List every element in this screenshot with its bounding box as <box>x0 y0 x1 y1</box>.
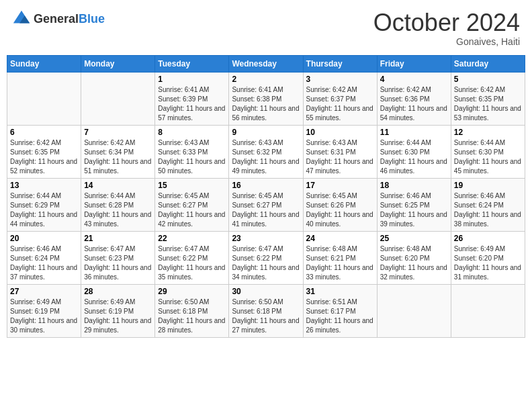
day-number: 30 <box>232 287 300 296</box>
calendar-cell <box>7 72 81 125</box>
calendar-cell: 5Sunrise: 6:42 AMSunset: 6:35 PMDaylight… <box>451 72 525 125</box>
day-number: 27 <box>10 287 78 296</box>
day-info: Sunrise: 6:43 AMSunset: 6:32 PMDaylight:… <box>232 138 300 176</box>
day-info: Sunrise: 6:46 AMSunset: 6:24 PMDaylight:… <box>10 244 78 282</box>
day-info: Sunrise: 6:49 AMSunset: 6:19 PMDaylight:… <box>84 298 152 335</box>
calendar-header: SundayMondayTuesdayWednesdayThursdayFrid… <box>7 55 525 72</box>
day-number: 6 <box>10 128 78 137</box>
day-info: Sunrise: 6:50 AMSunset: 6:18 PMDaylight:… <box>158 298 226 335</box>
day-info: Sunrise: 6:44 AMSunset: 6:28 PMDaylight:… <box>84 191 152 229</box>
day-number: 18 <box>380 181 448 190</box>
day-info: Sunrise: 6:45 AMSunset: 6:27 PMDaylight:… <box>158 191 226 229</box>
day-info: Sunrise: 6:49 AMSunset: 6:20 PMDaylight:… <box>454 244 522 282</box>
calendar-cell: 23Sunrise: 6:47 AMSunset: 6:22 PMDayligh… <box>229 231 303 284</box>
calendar-cell: 17Sunrise: 6:45 AMSunset: 6:26 PMDayligh… <box>303 178 377 231</box>
calendar-cell: 9Sunrise: 6:43 AMSunset: 6:32 PMDaylight… <box>229 125 303 178</box>
calendar-week-row: 20Sunrise: 6:46 AMSunset: 6:24 PMDayligh… <box>7 231 525 284</box>
day-info: Sunrise: 6:43 AMSunset: 6:31 PMDaylight:… <box>306 138 374 176</box>
calendar-day-header: Wednesday <box>229 55 303 72</box>
day-info: Sunrise: 6:45 AMSunset: 6:27 PMDaylight:… <box>232 191 300 229</box>
day-number: 3 <box>306 75 374 84</box>
day-number: 16 <box>232 181 300 190</box>
calendar-cell <box>451 284 525 337</box>
calendar-cell: 6Sunrise: 6:42 AMSunset: 6:35 PMDaylight… <box>7 125 81 178</box>
day-number: 25 <box>380 234 448 243</box>
day-number: 1 <box>158 75 226 84</box>
calendar-day-header: Tuesday <box>155 55 229 72</box>
calendar-cell: 18Sunrise: 6:46 AMSunset: 6:25 PMDayligh… <box>377 178 451 231</box>
calendar-cell: 2Sunrise: 6:41 AMSunset: 6:38 PMDaylight… <box>229 72 303 125</box>
day-number: 14 <box>84 181 152 190</box>
calendar-cell: 28Sunrise: 6:49 AMSunset: 6:19 PMDayligh… <box>81 284 155 337</box>
calendar-cell <box>81 72 155 125</box>
calendar-week-row: 13Sunrise: 6:44 AMSunset: 6:29 PMDayligh… <box>7 178 525 231</box>
calendar-cell: 30Sunrise: 6:50 AMSunset: 6:18 PMDayligh… <box>229 284 303 337</box>
logo-general: General <box>34 12 79 26</box>
calendar-week-row: 27Sunrise: 6:49 AMSunset: 6:19 PMDayligh… <box>7 284 525 337</box>
day-info: Sunrise: 6:49 AMSunset: 6:19 PMDaylight:… <box>10 298 78 335</box>
location-subtitle: Gonaives, Haiti <box>373 36 520 47</box>
day-info: Sunrise: 6:45 AMSunset: 6:26 PMDaylight:… <box>306 191 374 229</box>
month-title: October 2024 <box>373 9 520 36</box>
day-info: Sunrise: 6:46 AMSunset: 6:25 PMDaylight:… <box>380 191 448 229</box>
day-info: Sunrise: 6:51 AMSunset: 6:17 PMDaylight:… <box>306 298 374 335</box>
day-info: Sunrise: 6:44 AMSunset: 6:30 PMDaylight:… <box>380 138 448 176</box>
day-number: 13 <box>10 181 78 190</box>
calendar-cell <box>377 284 451 337</box>
day-number: 12 <box>454 128 522 137</box>
day-info: Sunrise: 6:48 AMSunset: 6:21 PMDaylight:… <box>306 244 374 282</box>
day-number: 8 <box>158 128 226 137</box>
day-number: 9 <box>232 128 300 137</box>
day-number: 29 <box>158 287 226 296</box>
day-number: 4 <box>380 75 448 84</box>
calendar-table: SundayMondayTuesdayWednesdayThursdayFrid… <box>7 55 525 338</box>
day-info: Sunrise: 6:48 AMSunset: 6:20 PMDaylight:… <box>380 244 448 282</box>
day-number: 21 <box>84 234 152 243</box>
day-info: Sunrise: 6:41 AMSunset: 6:39 PMDaylight:… <box>158 85 226 123</box>
day-number: 15 <box>158 181 226 190</box>
calendar-cell: 22Sunrise: 6:47 AMSunset: 6:22 PMDayligh… <box>155 231 229 284</box>
calendar-cell: 14Sunrise: 6:44 AMSunset: 6:28 PMDayligh… <box>81 178 155 231</box>
day-info: Sunrise: 6:47 AMSunset: 6:22 PMDaylight:… <box>232 244 300 282</box>
calendar-cell: 19Sunrise: 6:46 AMSunset: 6:24 PMDayligh… <box>451 178 525 231</box>
calendar-day-header: Friday <box>377 55 451 72</box>
day-info: Sunrise: 6:44 AMSunset: 6:29 PMDaylight:… <box>10 191 78 229</box>
calendar-cell: 1Sunrise: 6:41 AMSunset: 6:39 PMDaylight… <box>155 72 229 125</box>
calendar-week-row: 1Sunrise: 6:41 AMSunset: 6:39 PMDaylight… <box>7 72 525 125</box>
day-number: 22 <box>158 234 226 243</box>
calendar-cell: 29Sunrise: 6:50 AMSunset: 6:18 PMDayligh… <box>155 284 229 337</box>
day-info: Sunrise: 6:42 AMSunset: 6:34 PMDaylight:… <box>84 138 152 176</box>
logo-icon <box>12 9 31 28</box>
day-info: Sunrise: 6:42 AMSunset: 6:36 PMDaylight:… <box>380 85 448 123</box>
day-number: 17 <box>306 181 374 190</box>
day-info: Sunrise: 6:50 AMSunset: 6:18 PMDaylight:… <box>232 298 300 335</box>
calendar-cell: 7Sunrise: 6:42 AMSunset: 6:34 PMDaylight… <box>81 125 155 178</box>
day-number: 2 <box>232 75 300 84</box>
calendar-body: 1Sunrise: 6:41 AMSunset: 6:39 PMDaylight… <box>7 72 525 337</box>
calendar-cell: 21Sunrise: 6:47 AMSunset: 6:23 PMDayligh… <box>81 231 155 284</box>
calendar-cell: 16Sunrise: 6:45 AMSunset: 6:27 PMDayligh… <box>229 178 303 231</box>
day-number: 24 <box>306 234 374 243</box>
day-info: Sunrise: 6:42 AMSunset: 6:35 PMDaylight:… <box>454 85 522 123</box>
calendar-cell: 4Sunrise: 6:42 AMSunset: 6:36 PMDaylight… <box>377 72 451 125</box>
calendar-cell: 24Sunrise: 6:48 AMSunset: 6:21 PMDayligh… <box>303 231 377 284</box>
day-info: Sunrise: 6:47 AMSunset: 6:22 PMDaylight:… <box>158 244 226 282</box>
calendar-cell: 15Sunrise: 6:45 AMSunset: 6:27 PMDayligh… <box>155 178 229 231</box>
day-info: Sunrise: 6:43 AMSunset: 6:33 PMDaylight:… <box>158 138 226 176</box>
day-info: Sunrise: 6:42 AMSunset: 6:37 PMDaylight:… <box>306 85 374 123</box>
day-number: 20 <box>10 234 78 243</box>
day-number: 28 <box>84 287 152 296</box>
calendar-cell: 8Sunrise: 6:43 AMSunset: 6:33 PMDaylight… <box>155 125 229 178</box>
day-info: Sunrise: 6:47 AMSunset: 6:23 PMDaylight:… <box>84 244 152 282</box>
calendar-cell: 25Sunrise: 6:48 AMSunset: 6:20 PMDayligh… <box>377 231 451 284</box>
calendar-cell: 26Sunrise: 6:49 AMSunset: 6:20 PMDayligh… <box>451 231 525 284</box>
calendar-cell: 10Sunrise: 6:43 AMSunset: 6:31 PMDayligh… <box>303 125 377 178</box>
calendar-cell: 11Sunrise: 6:44 AMSunset: 6:30 PMDayligh… <box>377 125 451 178</box>
day-number: 11 <box>380 128 448 137</box>
day-number: 23 <box>232 234 300 243</box>
logo-blue: Blue <box>79 12 105 26</box>
calendar-cell: 31Sunrise: 6:51 AMSunset: 6:17 PMDayligh… <box>303 284 377 337</box>
day-number: 5 <box>454 75 522 84</box>
calendar-cell: 20Sunrise: 6:46 AMSunset: 6:24 PMDayligh… <box>7 231 81 284</box>
day-number: 10 <box>306 128 374 137</box>
